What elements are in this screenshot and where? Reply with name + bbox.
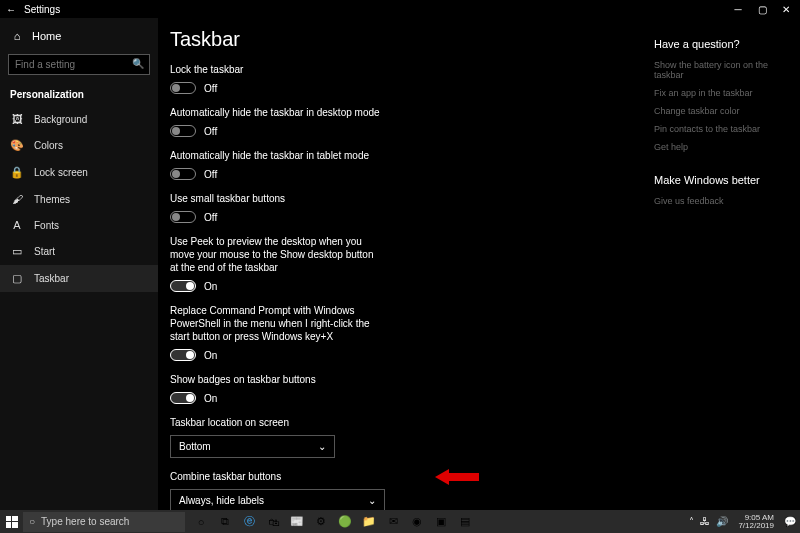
brush-icon: 🖌 bbox=[10, 193, 24, 205]
setting-label: Replace Command Prompt with Windows Powe… bbox=[170, 304, 380, 343]
minimize-button[interactable]: ─ bbox=[726, 0, 750, 18]
explorer-icon[interactable]: 📁 bbox=[357, 510, 381, 533]
setting-label: Automatically hide the taskbar in tablet… bbox=[170, 149, 470, 162]
setting-label: Show badges on taskbar buttons bbox=[170, 373, 470, 386]
svg-rect-4 bbox=[12, 522, 18, 528]
start-icon: ▭ bbox=[10, 245, 24, 258]
combine-label: Combine taskbar buttons bbox=[170, 470, 470, 483]
annotation-arrow bbox=[435, 466, 479, 488]
taskview-icon[interactable]: ⧉ bbox=[213, 510, 237, 533]
autohide-tablet-toggle[interactable] bbox=[170, 168, 196, 180]
autohide-desktop-toggle[interactable] bbox=[170, 125, 196, 137]
terminal-icon[interactable]: ▤ bbox=[453, 510, 477, 533]
sidebar-item-taskbar[interactable]: ▢Taskbar bbox=[0, 265, 158, 292]
main-content: Taskbar Lock the taskbar Off Automatical… bbox=[158, 18, 654, 510]
taskbar-search-placeholder: Type here to search bbox=[41, 516, 129, 527]
font-icon: A bbox=[10, 219, 24, 231]
svg-rect-3 bbox=[6, 522, 11, 528]
sidebar-item-start[interactable]: ▭Start bbox=[0, 238, 158, 265]
peek-toggle[interactable] bbox=[170, 280, 196, 292]
better-heading: Make Windows better bbox=[654, 174, 790, 186]
help-link[interactable]: Show the battery icon on the taskbar bbox=[654, 60, 790, 80]
help-link[interactable]: Get help bbox=[654, 142, 790, 152]
taskbar-clock[interactable]: 9:05 AM 7/12/2019 bbox=[734, 514, 778, 530]
badges-toggle[interactable] bbox=[170, 392, 196, 404]
action-center-icon[interactable]: 💬 bbox=[784, 516, 796, 527]
location-dropdown[interactable]: Bottom⌄ bbox=[170, 435, 335, 458]
help-link[interactable]: Fix an app in the taskbar bbox=[654, 88, 790, 98]
svg-rect-2 bbox=[12, 516, 18, 521]
cortana-icon[interactable]: ○ bbox=[189, 510, 213, 533]
picture-icon: 🖼 bbox=[10, 113, 24, 125]
lock-taskbar-toggle[interactable] bbox=[170, 82, 196, 94]
setting-label: Use small taskbar buttons bbox=[170, 192, 470, 205]
lock-icon: 🔒 bbox=[10, 166, 24, 179]
photos-icon[interactable]: ▣ bbox=[429, 510, 453, 533]
xbox-icon[interactable]: ◉ bbox=[405, 510, 429, 533]
setting-label: Lock the taskbar bbox=[170, 63, 470, 76]
window-title: Settings bbox=[24, 4, 60, 15]
feedback-link[interactable]: Give us feedback bbox=[654, 196, 790, 206]
tray-chevron-icon[interactable]: ˄ bbox=[689, 516, 694, 527]
chevron-down-icon: ⌄ bbox=[318, 441, 326, 452]
edge-icon[interactable]: ⓔ bbox=[237, 510, 261, 533]
help-panel: Have a question? Show the battery icon o… bbox=[654, 18, 800, 510]
sidebar-item-themes[interactable]: 🖌Themes bbox=[0, 186, 158, 212]
sidebar-item-colors[interactable]: 🎨Colors bbox=[0, 132, 158, 159]
svg-marker-0 bbox=[435, 469, 479, 485]
home-label: Home bbox=[32, 30, 61, 42]
location-label: Taskbar location on screen bbox=[170, 416, 470, 429]
search-input[interactable] bbox=[8, 54, 150, 75]
mail-icon[interactable]: ✉ bbox=[381, 510, 405, 533]
sidebar-item-background[interactable]: 🖼Background bbox=[0, 106, 158, 132]
svg-rect-1 bbox=[6, 516, 11, 521]
volume-icon[interactable]: 🔊 bbox=[716, 516, 728, 527]
search-icon: 🔍 bbox=[132, 58, 144, 69]
powershell-toggle[interactable] bbox=[170, 349, 196, 361]
sidebar-item-fonts[interactable]: AFonts bbox=[0, 212, 158, 238]
taskbar-icon: ▢ bbox=[10, 272, 24, 285]
page-title: Taskbar bbox=[170, 28, 642, 51]
file-icon[interactable]: 📰 bbox=[285, 510, 309, 533]
search-icon: ○ bbox=[29, 516, 35, 527]
windows-taskbar: ○ Type here to search ○ ⧉ ⓔ 🛍 📰 ⚙ 🟢 📁 ✉ … bbox=[0, 510, 800, 533]
combine-dropdown[interactable]: Always, hide labels⌄ bbox=[170, 489, 385, 510]
close-button[interactable]: ✕ bbox=[774, 0, 798, 18]
help-link[interactable]: Change taskbar color bbox=[654, 106, 790, 116]
question-heading: Have a question? bbox=[654, 38, 790, 50]
help-link[interactable]: Pin contacts to the taskbar bbox=[654, 124, 790, 134]
back-button[interactable]: ← bbox=[2, 0, 20, 18]
chevron-down-icon: ⌄ bbox=[368, 495, 376, 506]
store-icon[interactable]: 🛍 bbox=[261, 510, 285, 533]
home-icon: ⌂ bbox=[10, 30, 24, 42]
start-button[interactable] bbox=[0, 510, 23, 533]
taskbar-search[interactable]: ○ Type here to search bbox=[23, 512, 185, 532]
chrome-icon[interactable]: 🟢 bbox=[333, 510, 357, 533]
setting-label: Automatically hide the taskbar in deskto… bbox=[170, 106, 470, 119]
small-buttons-toggle[interactable] bbox=[170, 211, 196, 223]
settings-sidebar: ⌂ Home 🔍 Personalization 🖼Background 🎨Co… bbox=[0, 18, 158, 510]
sidebar-item-lockscreen[interactable]: 🔒Lock screen bbox=[0, 159, 158, 186]
home-button[interactable]: ⌂ Home bbox=[0, 24, 158, 48]
section-header: Personalization bbox=[0, 81, 158, 106]
maximize-button[interactable]: ▢ bbox=[750, 0, 774, 18]
palette-icon: 🎨 bbox=[10, 139, 24, 152]
network-icon[interactable]: 🖧 bbox=[700, 516, 710, 527]
setting-label: Use Peek to preview the desktop when you… bbox=[170, 235, 380, 274]
settings-app-icon[interactable]: ⚙ bbox=[309, 510, 333, 533]
